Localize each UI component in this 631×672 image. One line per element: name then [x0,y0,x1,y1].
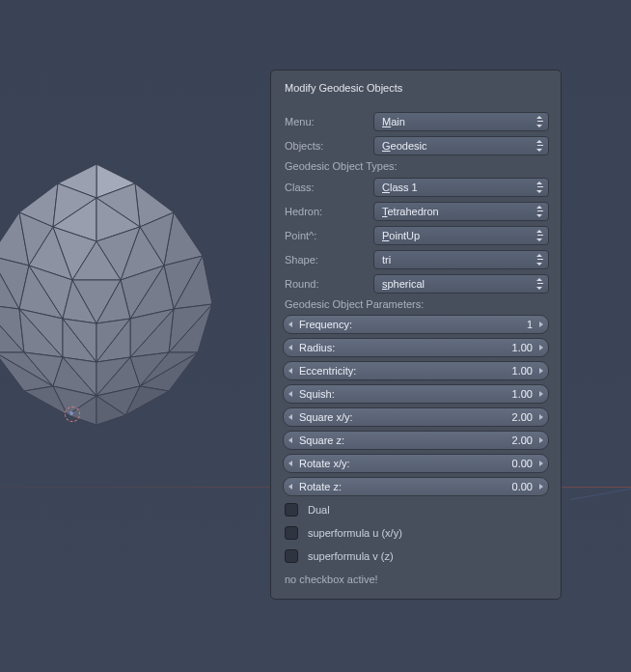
section-types: Geodesic Object Types: [285,160,549,172]
checkbox-superformula-u-label: superformula u (x/y) [308,527,402,539]
label-point: Point^: [283,230,373,241]
slider-label: Radius: [299,342,335,353]
slider-square-z[interactable]: Square z: 2.00 [283,431,549,450]
slider-label: Frequency: [299,319,352,330]
label-menu: Menu: [283,116,373,127]
slider-label: Eccentricity: [299,365,356,377]
label-class: Class: [283,182,373,193]
slider-label: Rotate z: [299,481,342,492]
slider-value: 2.00 [512,411,533,423]
checkbox-superformula-u[interactable] [285,526,298,540]
slider-rotate-xy[interactable]: Rotate x/y: 0.00 [283,454,549,473]
dropdown-menu[interactable]: Main [373,112,549,131]
checkbox-superformula-v[interactable] [285,549,298,563]
checkbox-dual[interactable] [285,503,298,517]
dropdown-point[interactable]: PointUp [373,226,549,245]
slider-label: Square x/y: [299,411,353,423]
slider-value: 1 [527,319,533,330]
slider-square-xy[interactable]: Square x/y: 2.00 [283,407,549,427]
slider-rotate-z[interactable]: Rotate z: 0.00 [283,477,549,496]
dropdown-hedron[interactable]: Tetrahedron [373,202,549,221]
slider-label: Squish: [299,388,335,400]
geodesic-mesh[interactable] [0,145,241,434]
section-params: Geodesic Object Parameters: [285,298,549,310]
label-objects: Objects: [283,140,373,152]
slider-squish[interactable]: Squish: 1.00 [283,384,549,404]
slider-value: 1.00 [512,342,533,353]
slider-frequency[interactable]: Frequency: 1 [283,315,549,334]
status-text: no checkbox active! [283,574,549,585]
label-shape: Shape: [283,254,373,266]
checkbox-superformula-v-label: superformula v (z) [308,550,394,562]
slider-label: Rotate x/y: [299,458,350,469]
dropdown-objects[interactable]: Geodesic [373,136,549,155]
slider-value: 0.00 [512,458,533,469]
cursor-3d-icon [62,404,81,423]
dropdown-class[interactable]: Class 1 [373,178,549,197]
slider-value: 1.00 [512,365,533,377]
panel-title: Modify Geodesic Objects [283,82,549,94]
operator-panel: Modify Geodesic Objects Menu: Main Objec… [270,70,562,600]
slider-label: Square z: [299,434,344,446]
slider-value: 0.00 [512,481,533,492]
checkbox-dual-label: Dual [308,504,330,516]
slider-value: 1.00 [512,388,533,400]
axis-z-line [570,486,631,500]
slider-radius[interactable]: Radius: 1.00 [283,338,549,357]
label-round: Round: [283,278,373,290]
dropdown-round[interactable]: spherical [373,274,549,294]
dropdown-shape[interactable]: tri [373,250,549,269]
label-hedron: Hedron: [283,206,373,217]
slider-eccentricity[interactable]: Eccentricity: 1.00 [283,361,549,380]
slider-value: 2.00 [512,434,533,446]
